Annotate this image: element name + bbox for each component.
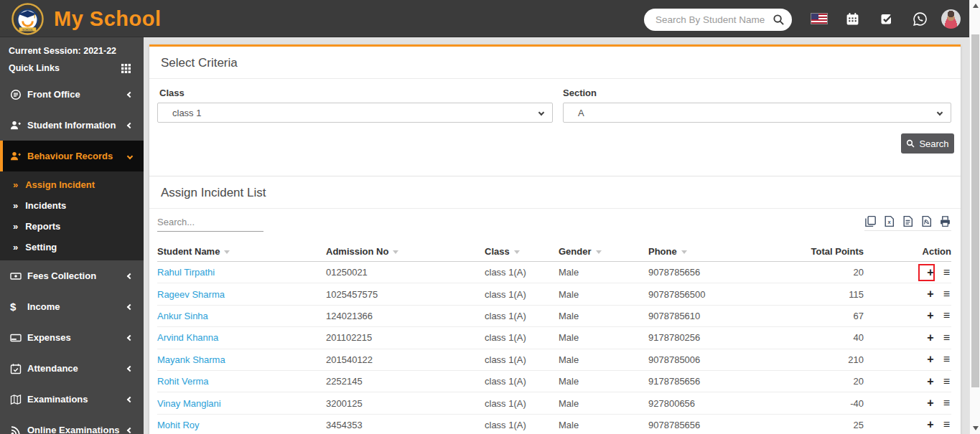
search-icon[interactable] [773, 14, 785, 26]
avatar[interactable] [941, 0, 961, 37]
total-points-cell: 40 [778, 332, 864, 343]
add-incident-button[interactable]: + [927, 419, 933, 430]
double-arrow-icon: » [13, 179, 18, 190]
row-menu-button[interactable]: ≡ [943, 288, 950, 300]
sidebar-item-examinations[interactable]: Examinations [0, 384, 144, 415]
add-incident-button[interactable]: + [927, 310, 933, 321]
grid-icon[interactable] [121, 64, 131, 73]
export-pdf-icon[interactable] [920, 215, 933, 227]
sidebar-item-student-information[interactable]: Student Information [0, 110, 144, 141]
scrollbar-thumb[interactable] [971, 34, 979, 387]
column-header-class[interactable]: Class [485, 246, 559, 257]
add-incident-button[interactable]: + [927, 376, 933, 387]
student-name-link[interactable]: Rohit Verma [157, 376, 326, 387]
submenu-item-label: Incidents [25, 200, 66, 211]
scrollbar-down-arrow[interactable] [973, 426, 979, 430]
student-name-link[interactable]: Vinay Manglani [157, 398, 326, 409]
column-header-gender[interactable]: Gender [559, 246, 648, 257]
sidebar-item-expenses[interactable]: Expenses [0, 322, 144, 353]
gender-cell: Male [559, 420, 648, 430]
action-cell: +≡ [864, 310, 951, 321]
column-header-student-name[interactable]: Student Name [157, 246, 326, 257]
action-cell: +≡ [864, 376, 951, 387]
student-name-link[interactable]: Arvind Khanna [157, 332, 326, 343]
student-search-input[interactable] [655, 14, 773, 25]
brand-logo[interactable]: SCHOOL My School [11, 2, 162, 35]
submenu-item-reports[interactable]: » Reports [0, 216, 144, 237]
sidebar-item-fees-collection[interactable]: Fees Collection [0, 260, 144, 291]
select-criteria-title: Select Criteria [149, 47, 961, 79]
tasks-icon[interactable] [879, 0, 895, 37]
export-csv-icon[interactable] [902, 215, 914, 227]
sidebar-item-behaviour-records[interactable]: Behaviour Records [0, 141, 144, 171]
total-points-cell: 210 [778, 354, 864, 365]
total-points-cell: 20 [778, 376, 864, 387]
sidebar-item-attendance[interactable]: Attendance [0, 353, 144, 384]
flag-canton [811, 14, 818, 19]
user-plus-icon [10, 120, 27, 131]
export-copy-icon[interactable] [864, 215, 877, 227]
content-card: Select Criteria Class class 1 Section A … [149, 44, 961, 434]
table-search-input[interactable] [157, 213, 263, 232]
submenu-item-incidents[interactable]: » Incidents [0, 195, 144, 216]
double-arrow-icon: » [13, 221, 18, 232]
row-menu-button[interactable]: ≡ [943, 267, 950, 278]
action-cell: +≡ [864, 419, 951, 430]
class-cell: class 1(A) [485, 332, 559, 343]
chevron-left-icon [127, 273, 133, 278]
search-button[interactable]: Search [901, 133, 954, 154]
export-toolbar: x [864, 215, 951, 231]
sort-caret-icon [681, 250, 687, 254]
row-menu-button[interactable]: ≡ [943, 419, 950, 430]
sidebar-item-label: Income [27, 301, 128, 312]
table-row: Arvind Khanna 201102215 class 1(A) Male … [157, 327, 951, 349]
export-excel-icon[interactable]: x [883, 215, 895, 227]
column-header-phone[interactable]: Phone [648, 246, 778, 257]
row-menu-button[interactable]: ≡ [943, 376, 950, 387]
row-menu-button[interactable]: ≡ [943, 332, 950, 344]
search-icon [906, 139, 915, 148]
table-row: Rohit Verma 2252145 class 1(A) Male 9178… [157, 371, 951, 392]
calendar-icon[interactable] [844, 0, 860, 37]
behaviour-records-submenu: » Assign Incident » Incidents » Reports … [0, 171, 144, 260]
student-name-link[interactable]: Rahul Tirpathi [157, 267, 326, 278]
add-incident-button[interactable]: + [927, 288, 933, 300]
row-menu-button[interactable]: ≡ [943, 397, 950, 409]
gender-cell: Male [559, 332, 648, 343]
export-print-icon[interactable] [939, 215, 951, 227]
total-points-cell: 25 [778, 420, 864, 430]
student-name-link[interactable]: Mohit Roy [157, 420, 326, 430]
double-arrow-icon: » [13, 242, 18, 253]
scrollbar-up-arrow[interactable] [973, 4, 979, 8]
row-menu-button[interactable]: ≡ [943, 354, 950, 365]
student-name-link[interactable]: Rageev Sharma [157, 289, 326, 300]
student-name-link[interactable]: Mayank Sharma [157, 354, 326, 365]
incident-table: Student Name Admission No Class Gender P… [157, 242, 951, 434]
sidebar-item-label: Online Examinations [27, 425, 128, 434]
sidebar-item-front-office[interactable]: Front Office [0, 79, 144, 110]
phone-cell: 927800656 [648, 398, 778, 409]
class-cell: class 1(A) [485, 420, 559, 430]
student-name-link[interactable]: Ankur Sinha [157, 311, 326, 321]
column-header-admission-no[interactable]: Admission No [326, 246, 485, 257]
chevron-left-icon [127, 303, 133, 309]
quick-links[interactable]: Quick Links [0, 56, 144, 79]
submenu-item-assign-incident[interactable]: » Assign Incident [0, 174, 144, 195]
class-select[interactable]: class 1 [157, 103, 553, 123]
add-incident-button[interactable]: + [927, 332, 933, 344]
whatsapp-icon[interactable] [912, 0, 928, 37]
phone-cell: 9178780256 [648, 332, 778, 343]
add-incident-button[interactable]: + [927, 354, 933, 365]
submenu-item-setting[interactable]: » Setting [0, 237, 144, 258]
section-select[interactable]: A [563, 103, 951, 123]
sidebar-item-income[interactable]: $ Income [0, 291, 144, 322]
phone-cell: 90787856500 [648, 289, 778, 300]
sidebar-item-online-examinations[interactable]: Online Examinations [0, 415, 144, 434]
chevron-down-icon [127, 153, 133, 159]
us-flag-icon[interactable] [811, 0, 828, 37]
row-menu-button[interactable]: ≡ [943, 310, 950, 321]
phone-cell: 9078785610 [648, 311, 778, 321]
total-points-cell: 67 [778, 311, 864, 321]
add-incident-button[interactable]: + [927, 397, 933, 409]
submenu-item-label: Assign Incident [25, 179, 95, 190]
